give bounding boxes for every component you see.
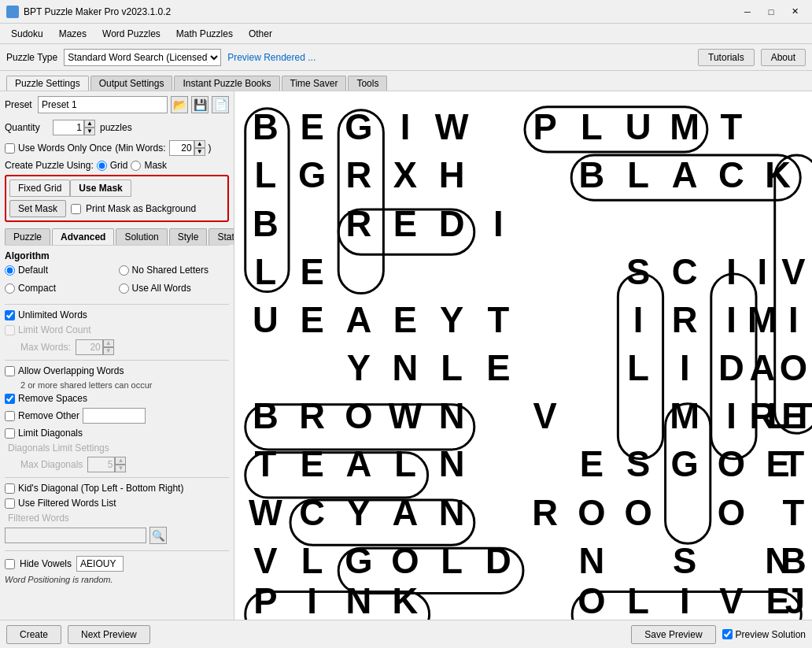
max-words-down[interactable]: ▼ (103, 347, 114, 355)
preview-rendered-link[interactable]: Preview Rendered ... (227, 52, 316, 63)
quantity-unit: puzzles (100, 122, 132, 133)
hide-vowels-checkbox[interactable] (5, 559, 15, 569)
inner-tab-advanced[interactable]: Advanced (52, 228, 114, 245)
max-diagonals-up[interactable]: ▲ (115, 457, 126, 465)
svg-text:L: L (255, 155, 277, 195)
algo-use-all-radio[interactable] (119, 283, 129, 294)
save-preset-button[interactable]: 💾 (191, 96, 209, 113)
svg-text:L: L (627, 581, 649, 620)
preset-input[interactable] (38, 96, 168, 113)
quantity-input[interactable] (53, 120, 84, 135)
preview-solution-checkbox[interactable] (722, 629, 733, 639)
svg-text:E: E (300, 300, 323, 340)
remove-other-input[interactable] (83, 408, 146, 424)
quantity-row: Quantity ▲ ▼ puzzles (5, 120, 229, 135)
sub-tabs: Fixed Grid Use Mask (9, 180, 224, 197)
tab-puzzle-settings[interactable]: Puzzle Settings (6, 76, 89, 91)
algorithm-section: Algorithm Default No Shared Letters Comp… (5, 250, 229, 298)
max-words-up[interactable]: ▲ (103, 339, 114, 347)
svg-text:R: R (532, 493, 558, 533)
min-words-label: (Min Words: (115, 143, 165, 154)
algo-compact-radio[interactable] (5, 283, 15, 294)
min-words-input[interactable] (169, 140, 194, 156)
svg-text:B: B (781, 541, 806, 581)
saveas-preset-button[interactable]: 📄 (212, 96, 229, 113)
menu-mazes[interactable]: Mazes (51, 26, 94, 42)
svg-text:U: U (253, 300, 279, 340)
set-mask-button[interactable]: Set Mask (9, 200, 66, 217)
min-words-down[interactable]: ▼ (194, 148, 205, 156)
max-diagonals-down[interactable]: ▼ (115, 465, 126, 472)
inner-tab-style[interactable]: Style (169, 228, 208, 245)
close-button[interactable]: ✕ (784, 3, 806, 20)
algo-no-shared-label: No Shared Letters (132, 265, 209, 276)
inner-tab-puzzle[interactable]: Puzzle (5, 228, 50, 245)
limit-diagonals-label: Limit Diagonals (18, 428, 83, 439)
about-button[interactable]: About (761, 49, 806, 66)
allow-overlapping-checkbox[interactable] (5, 366, 15, 376)
restore-button[interactable]: □ (760, 3, 782, 20)
svg-text:V: V (533, 396, 556, 436)
svg-text:C: C (672, 252, 698, 292)
menu-word-puzzles[interactable]: Word Puzzles (94, 26, 168, 42)
tutorials-button[interactable]: Tutorials (698, 49, 755, 66)
svg-text:M: M (747, 300, 777, 340)
puzzle-type-select[interactable]: Standard Word Search (Licensed) (64, 49, 221, 66)
tab-instant-puzzle-books[interactable]: Instant Puzzle Books (174, 76, 279, 91)
use-words-only-once-checkbox[interactable] (5, 143, 15, 154)
max-diagonals-label: Max Diagonals (20, 459, 83, 470)
tab-output-settings[interactable]: Output Settings (90, 76, 173, 91)
print-bg-checkbox[interactable] (71, 204, 81, 214)
hide-vowels-input[interactable] (76, 556, 124, 572)
remove-other-checkbox[interactable] (5, 411, 15, 421)
save-preview-button[interactable]: Save Preview (631, 625, 715, 644)
max-words-spinner: ▲ ▼ (76, 339, 114, 355)
inner-tab-statistics[interactable]: Statistics (209, 228, 234, 245)
menu-sudoku[interactable]: Sudoku (3, 26, 51, 42)
svg-text:Y: Y (440, 300, 463, 340)
kids-diagonal-checkbox[interactable] (5, 483, 15, 494)
open-preset-button[interactable]: 📂 (171, 96, 188, 113)
mask-controls: Set Mask Print Mask as Background (9, 200, 224, 217)
svg-text:I: I (726, 252, 736, 292)
unlimited-words-checkbox[interactable] (5, 310, 15, 320)
grid-radio[interactable] (97, 161, 107, 171)
left-panel: Preset 📂 💾 📄 Quantity ▲ ▼ puzzles Use Wo… (0, 91, 234, 620)
menu-other[interactable]: Other (241, 26, 280, 42)
svg-text:C: C (718, 155, 744, 195)
create-button[interactable]: Create (6, 625, 61, 644)
limit-word-count-checkbox[interactable] (5, 325, 15, 335)
fixed-grid-tab[interactable]: Fixed Grid (9, 180, 70, 197)
use-filtered-words-checkbox[interactable] (5, 498, 15, 509)
svg-text:R: R (299, 396, 325, 436)
menu-math-puzzles[interactable]: Math Puzzles (168, 26, 241, 42)
use-mask-tab[interactable]: Use Mask (70, 180, 131, 197)
max-words-input[interactable] (76, 339, 103, 355)
min-words-up[interactable]: ▲ (194, 140, 205, 148)
algo-no-shared-radio[interactable] (119, 265, 129, 276)
filtered-words-search-button[interactable]: 🔍 (149, 527, 167, 544)
filtered-words-input[interactable] (5, 528, 146, 543)
svg-text:N: N (439, 493, 465, 533)
remove-spaces-checkbox[interactable] (5, 394, 15, 404)
unlimited-words-row: Unlimited Words (5, 309, 229, 320)
svg-text:E: E (580, 444, 603, 484)
tab-tools[interactable]: Tools (348, 76, 387, 91)
svg-text:W: W (389, 396, 423, 436)
quantity-up[interactable]: ▲ (84, 120, 95, 128)
next-preview-button[interactable]: Next Preview (68, 625, 150, 644)
quantity-down[interactable]: ▼ (84, 128, 95, 135)
filtered-words-input-row: 🔍 (5, 527, 229, 544)
limit-diagonals-checkbox[interactable] (5, 428, 15, 439)
svg-text:O: O (578, 581, 605, 620)
tab-time-saver[interactable]: Time Saver (282, 76, 347, 91)
inner-tab-solution[interactable]: Solution (116, 228, 167, 245)
mask-radio[interactable] (131, 161, 141, 171)
svg-text:M: M (670, 107, 699, 147)
remove-spaces-row: Remove Spaces (5, 393, 229, 404)
algo-default-radio[interactable] (5, 265, 15, 276)
preview-solution-row: Preview Solution (722, 629, 806, 640)
max-diagonals-input[interactable] (87, 457, 115, 472)
limit-word-count-row: Limit Word Count (5, 324, 229, 335)
minimize-button[interactable]: ─ (736, 3, 758, 20)
